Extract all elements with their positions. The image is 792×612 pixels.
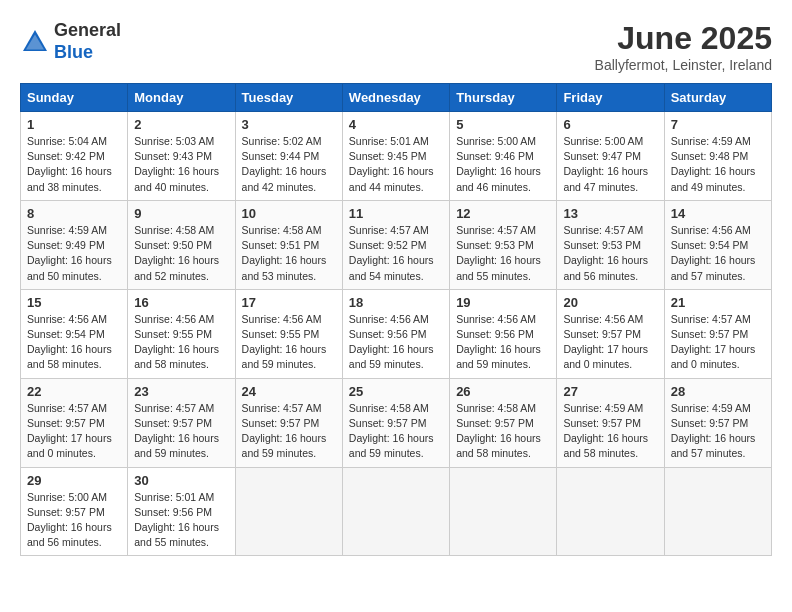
col-header-thursday: Thursday	[450, 84, 557, 112]
calendar-week-row: 22 Sunrise: 4:57 AMSunset: 9:57 PMDaylig…	[21, 378, 772, 467]
day-number: 30	[134, 473, 228, 488]
calendar-week-row: 29 Sunrise: 5:00 AMSunset: 9:57 PMDaylig…	[21, 467, 772, 556]
col-header-tuesday: Tuesday	[235, 84, 342, 112]
calendar-week-row: 15 Sunrise: 4:56 AMSunset: 9:54 PMDaylig…	[21, 289, 772, 378]
day-info: Sunrise: 4:58 AMSunset: 9:57 PMDaylight:…	[349, 402, 434, 460]
day-info: Sunrise: 4:56 AMSunset: 9:56 PMDaylight:…	[349, 313, 434, 371]
day-info: Sunrise: 5:04 AMSunset: 9:42 PMDaylight:…	[27, 135, 112, 193]
day-number: 25	[349, 384, 443, 399]
day-number: 15	[27, 295, 121, 310]
day-number: 4	[349, 117, 443, 132]
day-number: 7	[671, 117, 765, 132]
day-info: Sunrise: 5:01 AMSunset: 9:56 PMDaylight:…	[134, 491, 219, 549]
calendar-cell: 5 Sunrise: 5:00 AMSunset: 9:46 PMDayligh…	[450, 112, 557, 201]
calendar-cell: 12 Sunrise: 4:57 AMSunset: 9:53 PMDaylig…	[450, 200, 557, 289]
calendar-cell	[450, 467, 557, 556]
day-info: Sunrise: 4:57 AMSunset: 9:53 PMDaylight:…	[456, 224, 541, 282]
calendar-cell: 17 Sunrise: 4:56 AMSunset: 9:55 PMDaylig…	[235, 289, 342, 378]
day-info: Sunrise: 4:59 AMSunset: 9:48 PMDaylight:…	[671, 135, 756, 193]
calendar-cell: 16 Sunrise: 4:56 AMSunset: 9:55 PMDaylig…	[128, 289, 235, 378]
calendar-cell: 13 Sunrise: 4:57 AMSunset: 9:53 PMDaylig…	[557, 200, 664, 289]
day-info: Sunrise: 4:57 AMSunset: 9:57 PMDaylight:…	[27, 402, 112, 460]
day-number: 28	[671, 384, 765, 399]
calendar-cell: 10 Sunrise: 4:58 AMSunset: 9:51 PMDaylig…	[235, 200, 342, 289]
day-info: Sunrise: 4:58 AMSunset: 9:50 PMDaylight:…	[134, 224, 219, 282]
day-info: Sunrise: 4:57 AMSunset: 9:53 PMDaylight:…	[563, 224, 648, 282]
day-number: 3	[242, 117, 336, 132]
day-info: Sunrise: 4:58 AMSunset: 9:57 PMDaylight:…	[456, 402, 541, 460]
title-block: June 2025 Ballyfermot, Leinster, Ireland	[595, 20, 772, 73]
calendar-cell: 29 Sunrise: 5:00 AMSunset: 9:57 PMDaylig…	[21, 467, 128, 556]
calendar-week-row: 1 Sunrise: 5:04 AMSunset: 9:42 PMDayligh…	[21, 112, 772, 201]
calendar-cell: 8 Sunrise: 4:59 AMSunset: 9:49 PMDayligh…	[21, 200, 128, 289]
calendar-cell: 23 Sunrise: 4:57 AMSunset: 9:57 PMDaylig…	[128, 378, 235, 467]
day-number: 29	[27, 473, 121, 488]
day-info: Sunrise: 5:00 AMSunset: 9:46 PMDaylight:…	[456, 135, 541, 193]
day-number: 12	[456, 206, 550, 221]
calendar-cell: 30 Sunrise: 5:01 AMSunset: 9:56 PMDaylig…	[128, 467, 235, 556]
day-number: 9	[134, 206, 228, 221]
day-info: Sunrise: 4:56 AMSunset: 9:56 PMDaylight:…	[456, 313, 541, 371]
calendar-cell: 28 Sunrise: 4:59 AMSunset: 9:57 PMDaylig…	[664, 378, 771, 467]
calendar-cell: 25 Sunrise: 4:58 AMSunset: 9:57 PMDaylig…	[342, 378, 449, 467]
day-number: 13	[563, 206, 657, 221]
calendar-cell: 2 Sunrise: 5:03 AMSunset: 9:43 PMDayligh…	[128, 112, 235, 201]
page-header: General Blue June 2025 Ballyfermot, Lein…	[20, 20, 772, 73]
calendar-cell: 27 Sunrise: 4:59 AMSunset: 9:57 PMDaylig…	[557, 378, 664, 467]
day-info: Sunrise: 4:57 AMSunset: 9:52 PMDaylight:…	[349, 224, 434, 282]
day-info: Sunrise: 4:58 AMSunset: 9:51 PMDaylight:…	[242, 224, 327, 282]
day-number: 14	[671, 206, 765, 221]
col-header-wednesday: Wednesday	[342, 84, 449, 112]
day-info: Sunrise: 5:02 AMSunset: 9:44 PMDaylight:…	[242, 135, 327, 193]
day-info: Sunrise: 5:03 AMSunset: 9:43 PMDaylight:…	[134, 135, 219, 193]
calendar-cell: 19 Sunrise: 4:56 AMSunset: 9:56 PMDaylig…	[450, 289, 557, 378]
col-header-monday: Monday	[128, 84, 235, 112]
col-header-sunday: Sunday	[21, 84, 128, 112]
calendar-cell: 6 Sunrise: 5:00 AMSunset: 9:47 PMDayligh…	[557, 112, 664, 201]
calendar-header-row: SundayMondayTuesdayWednesdayThursdayFrid…	[21, 84, 772, 112]
day-number: 10	[242, 206, 336, 221]
day-number: 24	[242, 384, 336, 399]
calendar-cell	[235, 467, 342, 556]
day-info: Sunrise: 5:00 AMSunset: 9:47 PMDaylight:…	[563, 135, 648, 193]
day-info: Sunrise: 4:57 AMSunset: 9:57 PMDaylight:…	[671, 313, 756, 371]
calendar-week-row: 8 Sunrise: 4:59 AMSunset: 9:49 PMDayligh…	[21, 200, 772, 289]
calendar-cell: 26 Sunrise: 4:58 AMSunset: 9:57 PMDaylig…	[450, 378, 557, 467]
calendar-cell: 24 Sunrise: 4:57 AMSunset: 9:57 PMDaylig…	[235, 378, 342, 467]
day-number: 5	[456, 117, 550, 132]
day-number: 17	[242, 295, 336, 310]
calendar-cell: 1 Sunrise: 5:04 AMSunset: 9:42 PMDayligh…	[21, 112, 128, 201]
col-header-saturday: Saturday	[664, 84, 771, 112]
day-info: Sunrise: 4:59 AMSunset: 9:57 PMDaylight:…	[563, 402, 648, 460]
logo-icon	[20, 27, 50, 57]
day-number: 1	[27, 117, 121, 132]
calendar-cell: 21 Sunrise: 4:57 AMSunset: 9:57 PMDaylig…	[664, 289, 771, 378]
day-number: 23	[134, 384, 228, 399]
calendar-cell: 9 Sunrise: 4:58 AMSunset: 9:50 PMDayligh…	[128, 200, 235, 289]
day-info: Sunrise: 4:56 AMSunset: 9:54 PMDaylight:…	[671, 224, 756, 282]
day-info: Sunrise: 4:57 AMSunset: 9:57 PMDaylight:…	[134, 402, 219, 460]
col-header-friday: Friday	[557, 84, 664, 112]
day-info: Sunrise: 5:00 AMSunset: 9:57 PMDaylight:…	[27, 491, 112, 549]
day-number: 11	[349, 206, 443, 221]
calendar-cell: 15 Sunrise: 4:56 AMSunset: 9:54 PMDaylig…	[21, 289, 128, 378]
calendar-cell: 3 Sunrise: 5:02 AMSunset: 9:44 PMDayligh…	[235, 112, 342, 201]
day-info: Sunrise: 4:57 AMSunset: 9:57 PMDaylight:…	[242, 402, 327, 460]
calendar-cell: 14 Sunrise: 4:56 AMSunset: 9:54 PMDaylig…	[664, 200, 771, 289]
day-info: Sunrise: 5:01 AMSunset: 9:45 PMDaylight:…	[349, 135, 434, 193]
day-number: 26	[456, 384, 550, 399]
day-number: 8	[27, 206, 121, 221]
logo: General Blue	[20, 20, 121, 63]
calendar-cell: 18 Sunrise: 4:56 AMSunset: 9:56 PMDaylig…	[342, 289, 449, 378]
day-number: 6	[563, 117, 657, 132]
calendar-cell	[557, 467, 664, 556]
day-number: 22	[27, 384, 121, 399]
calendar-table: SundayMondayTuesdayWednesdayThursdayFrid…	[20, 83, 772, 556]
logo-text: General Blue	[54, 20, 121, 63]
day-info: Sunrise: 4:59 AMSunset: 9:57 PMDaylight:…	[671, 402, 756, 460]
day-number: 27	[563, 384, 657, 399]
calendar-cell: 7 Sunrise: 4:59 AMSunset: 9:48 PMDayligh…	[664, 112, 771, 201]
month-title: June 2025	[595, 20, 772, 57]
location-subtitle: Ballyfermot, Leinster, Ireland	[595, 57, 772, 73]
day-number: 21	[671, 295, 765, 310]
